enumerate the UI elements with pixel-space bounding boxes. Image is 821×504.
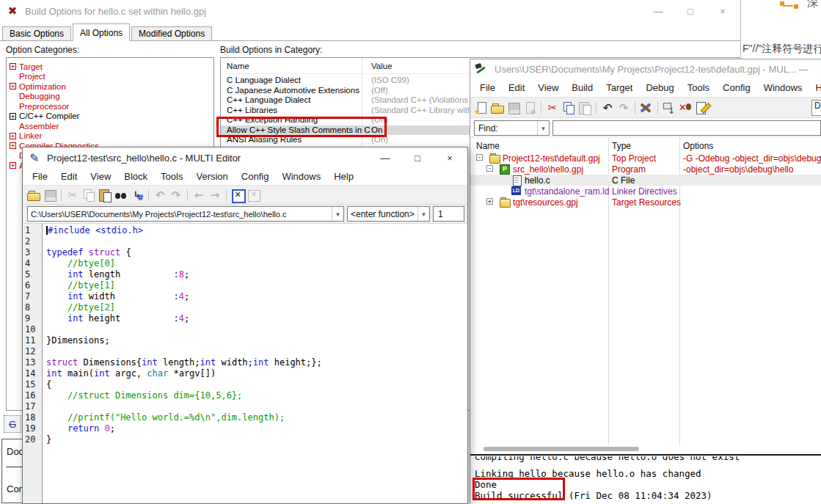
paste-icon[interactable] [577, 101, 593, 115]
menu-help[interactable]: Help [327, 171, 360, 182]
options-column-header-name[interactable]: Name [227, 62, 249, 70]
find-combobox[interactable]: Find: ▾ [474, 120, 550, 136]
file-path-combobox[interactable]: C:\Users\USER\Documents\My Projects\Proj… [27, 206, 344, 222]
open-icon[interactable] [489, 101, 506, 115]
menu-block[interactable]: Block [117, 171, 154, 182]
undo-icon[interactable] [599, 101, 616, 115]
line-number-input[interactable]: 1 [433, 206, 464, 222]
undo-icon[interactable] [152, 188, 168, 202]
code-line-10[interactable]: 10 [23, 324, 467, 335]
menu-view[interactable]: View [531, 82, 565, 93]
category-project[interactable]: Project [7, 72, 214, 82]
savex-icon[interactable] [230, 188, 246, 202]
tree-row-hello-c[interactable]: hello.cC File [470, 175, 821, 186]
cut-icon[interactable] [544, 101, 561, 115]
close-button[interactable]: × [434, 147, 466, 168]
redo-icon[interactable] [168, 188, 184, 202]
minimize-button[interactable]: — [642, 0, 674, 22]
expand-icon[interactable]: + [10, 133, 16, 139]
category-linker[interactable]: +Linker [7, 131, 214, 142]
minimize-button[interactable]: — [369, 147, 401, 168]
save-icon[interactable] [506, 101, 522, 115]
code-editor-area[interactable]: 1#include <stdio.h>23typedef struct {4 /… [23, 224, 467, 503]
menu-target[interactable]: Target [599, 82, 639, 93]
code-line-7[interactable]: 7 int width :4; [23, 291, 467, 302]
function-combobox[interactable]: <enter function> ▾ [347, 206, 430, 222]
expand-icon[interactable]: + [10, 83, 16, 90]
code-line-8[interactable]: 8 //btye[2] [23, 302, 467, 313]
code-line-14[interactable]: 14int main(int argc, char *argv[]) [23, 368, 467, 379]
editor-titlebar[interactable]: Project12-test\src_hello\hello.c - MULTI… [23, 147, 467, 168]
menu-config[interactable]: Config [235, 171, 276, 182]
expand-icon[interactable]: + [10, 142, 16, 149]
category-assembler[interactable]: Assembler [7, 121, 214, 131]
bottom-toolbar-button-fragment[interactable]: G [4, 415, 21, 433]
tree-row-project12-test-default-gpj[interactable]: -Project12-test\default.gpjTop Project-G… [470, 153, 821, 164]
fwd-icon[interactable] [207, 188, 223, 202]
code-line-15[interactable]: 15{ [23, 379, 467, 390]
cut-icon[interactable] [65, 188, 81, 202]
code-line-16[interactable]: 16 //struct Dimensions dim={10,5,6}; [23, 390, 467, 401]
category-preprocessor[interactable]: Preprocessor [7, 101, 214, 112]
tree-row-tgt-resources-gpj[interactable]: +tgt\resources.gpjTarget Resources [470, 197, 821, 208]
category-target[interactable]: +Target [7, 62, 214, 72]
menu-config[interactable]: Config [716, 82, 757, 93]
category-c-c-compiler[interactable]: +C/C++ Compiler [7, 112, 214, 122]
menu-file[interactable]: File [473, 82, 502, 93]
menu-windows[interactable]: Windows [757, 82, 809, 93]
menu-help[interactable]: Help [809, 82, 821, 93]
maximize-button[interactable]: □ [674, 0, 707, 22]
code-line-11[interactable]: 11}Dimensions; [23, 335, 467, 346]
tab-basic-options[interactable]: Basic Options [2, 26, 71, 41]
expand-icon[interactable]: + [10, 113, 16, 120]
maximize-button[interactable]: □ [401, 147, 434, 168]
build-options-titlebar[interactable]: Build Options for hello.c set within hel… [0, 0, 740, 22]
menu-edit[interactable]: Edit [502, 82, 531, 93]
expand-icon[interactable]: + [10, 63, 16, 70]
code-line-1[interactable]: 1#include <stdio.h> [23, 225, 467, 236]
add-icon[interactable] [522, 101, 538, 115]
code-line-18[interactable]: 18 //printf("Hello world.=%d\n",dim.leng… [23, 412, 467, 423]
chevron-down-icon[interactable]: ▾ [417, 207, 429, 221]
code-line-5[interactable]: 5 int length :8; [23, 269, 467, 280]
code-line-19[interactable]: 19 return 0; [23, 423, 467, 434]
expand-icon[interactable]: + [486, 198, 493, 205]
expand-icon[interactable]: - [486, 165, 493, 172]
redo-icon[interactable] [616, 101, 632, 115]
code-line-12[interactable]: 12 [23, 346, 467, 357]
copy-icon[interactable] [561, 101, 577, 115]
menu-edit[interactable]: Edit [54, 171, 84, 182]
horizontal-scrollbar-thumb[interactable] [484, 447, 639, 451]
new-icon[interactable] [473, 101, 489, 115]
project-manager-titlebar[interactable]: Users\USER\Documents\My Projects\Project… [470, 59, 821, 78]
copy-icon[interactable] [81, 188, 97, 202]
code-line-13[interactable]: 13struct Dimensions{int length;int width… [23, 357, 467, 368]
category-debugging[interactable]: Debugging [7, 92, 214, 102]
menu-view[interactable]: View [84, 171, 117, 182]
tree-column-options[interactable]: Options [683, 141, 713, 151]
code-line-9[interactable]: 9 int height :4; [23, 313, 467, 324]
code-line-20[interactable]: 20} [23, 434, 467, 445]
save-icon[interactable] [42, 188, 58, 202]
editlist-icon[interactable] [693, 101, 709, 115]
xgrey-icon[interactable] [246, 188, 262, 202]
category-optimization[interactable]: +Optimization [7, 81, 214, 92]
menu-file[interactable]: File [26, 171, 54, 182]
code-line-3[interactable]: 3typedef struct { [23, 247, 467, 258]
find-icon[interactable] [113, 188, 129, 202]
minimize-button[interactable]: — [787, 59, 820, 78]
clipped-toolbar-button[interactable]: D [811, 100, 821, 116]
menu-build[interactable]: Build [565, 82, 599, 93]
tree-column-type[interactable]: Type [612, 141, 631, 151]
chevron-down-icon[interactable]: ▾ [537, 121, 549, 135]
code-line-17[interactable]: 17 [23, 401, 467, 412]
build-icon[interactable] [638, 101, 654, 115]
options-column-header-value[interactable]: Value [371, 62, 393, 70]
menu-windows[interactable]: Windows [275, 171, 327, 182]
tree-column-name[interactable]: Name [476, 141, 500, 151]
tab-modified-options[interactable]: Modified Options [131, 26, 212, 41]
code-line-6[interactable]: 6 //btye[1] [23, 280, 467, 291]
tree-row-tgt-standalone-ram-ld[interactable]: tgt\standalone_ram.ldLinker Directives [470, 186, 821, 197]
menu-tools[interactable]: Tools [681, 82, 716, 93]
menu-tools[interactable]: Tools [154, 171, 189, 182]
